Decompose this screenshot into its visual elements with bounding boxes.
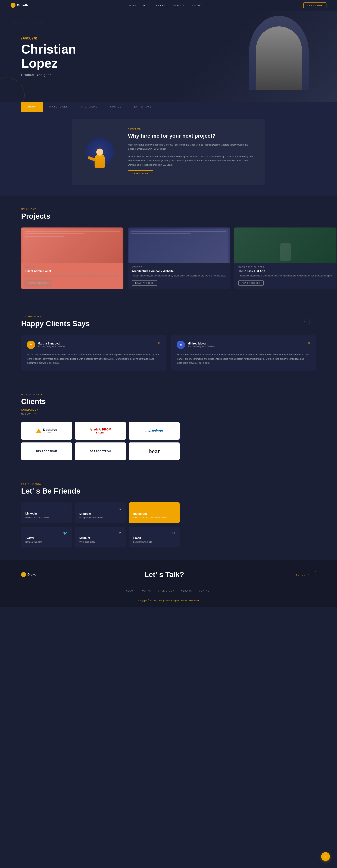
louisiana-logo-content: LOUIsiana (145, 429, 163, 433)
hero-title: Product Designer (21, 73, 316, 77)
clients-label: MY HONORABLE (21, 394, 316, 396)
footer-cta-button[interactable]: LET'S CHAT (291, 571, 316, 578)
nav-service[interactable]: SERVICE (173, 4, 184, 7)
tabs-section: ABOUT MY SERVICES INTERVIEWS AWARDS EXHI… (0, 102, 337, 112)
nav-home[interactable]: HOME (129, 4, 136, 7)
about-heading: Why hire me for your next project? (128, 132, 255, 139)
social-card-medium[interactable]: M Medium Work case study (75, 527, 126, 548)
filter-worldwide-label: WORLDWIDE (21, 409, 36, 411)
ama-logo-content: 🦌 AMA-PROM BALTIC (90, 428, 111, 434)
dribbble-icon: ⊕ (79, 506, 122, 511)
decisive-logo-content: Decisive FARMING (36, 428, 57, 434)
nav-cta-button[interactable]: LET'S CHAT (303, 2, 327, 8)
twitter-title: Twitter (25, 536, 67, 540)
linkedin-title: Linkedin (25, 512, 67, 515)
client-logo-louisiana: LOUIsiana (129, 422, 179, 440)
learn-more-button[interactable]: LEARN MORE (128, 170, 153, 176)
social-card-dribbble[interactable]: ⊕ Dribbble Design work social profile (75, 502, 126, 523)
projects-label: MY CLIENT (21, 208, 316, 210)
tab-interviews[interactable]: INTERVIEWS (74, 102, 104, 112)
about-label: ABOUT ME (128, 128, 255, 130)
read-process-btn-2[interactable]: READ PROCESS (238, 280, 264, 286)
tab-exhibitions[interactable]: EXHIBITIONS (128, 102, 158, 112)
footer-copyright: Copyright © 2019 Company name. All right… (21, 599, 316, 602)
medium-icon: M (79, 531, 122, 535)
twitter-sub: Random thoughts (25, 541, 67, 543)
email-title: Email (133, 536, 175, 540)
author-role-0: Product Designer at Codefest (38, 345, 65, 348)
client-logo-beat: beat (129, 442, 179, 460)
social-title-italic: Let' s (21, 487, 42, 495)
client-logo-belarus-1: БЕАРOССТРОЙ (21, 442, 72, 460)
author-role-1: Product Designer at Codefest (188, 345, 215, 348)
project-thumb-2 (234, 227, 336, 263)
testimonials-header-text: TESTIMONIALS Happy Clients Says (21, 316, 90, 328)
projects-section: MY CLIENT Projects WEBSITE Client Admin … (0, 196, 337, 303)
tab-services[interactable]: MY SERVICES (43, 102, 74, 112)
testimonial-card-0: M Martha Sandoval Product Designer at Co… (21, 335, 166, 371)
testimonial-text-0: We are motivated by the satisfaction of … (27, 352, 160, 365)
footer-logo-icon: 🌱 (21, 572, 26, 577)
testimonials-section: TESTIMONIALS Happy Clients Says ← → M Ma… (0, 303, 337, 383)
read-process-btn-1[interactable]: READ PROCESS (132, 280, 157, 286)
footer-copyright-text: Copyright © 2019 Company name. All right… (138, 599, 189, 602)
project-thumb-0 (21, 227, 124, 263)
footer-nav-casestudy[interactable]: CASE STUDY (158, 590, 174, 592)
social-card-email[interactable]: ✉ Email hello@growth.digital (129, 527, 179, 548)
hero-greeting: Hello, I'm (21, 36, 316, 40)
footer-nav-contact[interactable]: CONTACT (199, 590, 211, 592)
linkedin-sub: Professional social profile (25, 516, 67, 519)
nav-pricing[interactable]: PRICING (156, 4, 167, 7)
footer-nav-about[interactable]: ABOUT (126, 590, 135, 592)
logo-icon: 🌱 (10, 3, 15, 8)
mock-screen (23, 229, 122, 263)
hero-name-line1: Christian (21, 42, 76, 56)
read-process-btn-0[interactable]: READ PROCESS (25, 280, 50, 286)
about-body-1: Meet my startup agency Shape Re Currentl… (128, 143, 255, 151)
testimonials-next-button[interactable]: → (309, 318, 316, 325)
decisive-triangle-icon (36, 428, 41, 433)
clients-mycountry-label: MY COUNTRY (21, 413, 316, 415)
hero-name: Christian Lopez (21, 42, 316, 70)
footer-cta-italic: Let' s (144, 570, 165, 579)
testimonials-prev-button[interactable]: ← (302, 318, 308, 325)
nav-contact[interactable]: CONTACT (191, 4, 203, 7)
footer-nav-clients[interactable]: CLIENTS (181, 590, 192, 592)
social-title: Let' s Be Friends (21, 487, 316, 495)
tab-about[interactable]: ABOUT (21, 102, 43, 112)
author-name-1: Mildred Meyer (188, 342, 215, 345)
author-name-0: Martha Sandoval (38, 342, 65, 345)
hero-section: Hello, I'm Christian Lopez Product Desig… (0, 10, 337, 102)
project-info-1: WEBSITE Architecture Company Website I m… (128, 263, 230, 289)
decisive-sub-text: FARMING (43, 432, 57, 434)
social-card-linkedin[interactable]: in Linkedin Professional social profile (21, 502, 72, 523)
filter-worldwide[interactable]: WORLDWIDE ▾ (21, 409, 38, 411)
hero-content: Hello, I'm Christian Lopez Product Desig… (21, 36, 316, 76)
footer-cta-plain: Talk? (165, 570, 184, 579)
social-card-instagram[interactable]: ◻ Instagram Image share and recommendati… (129, 502, 179, 523)
email-icon: ✉ (133, 531, 175, 535)
project-category-1: WEBSITE (132, 266, 226, 268)
about-body-2: I love to work in User Experience & User… (128, 155, 255, 167)
nav-links: HOME BLOG PRICING SERVICE CONTACT (129, 4, 203, 7)
clients-title: Clients (21, 397, 316, 406)
footer-nav-works[interactable]: WORKS (142, 590, 151, 592)
client-logo-decisive: Decisive FARMING (21, 422, 72, 440)
testimonials-grid: M Martha Sandoval Product Designer at Co… (21, 335, 316, 371)
nav-logo[interactable]: 🌱 Growth (10, 3, 28, 8)
tab-awards[interactable]: AWARDS (104, 102, 128, 112)
project-thumb-1 (128, 227, 230, 263)
project-title-0: Client Admin Panel (25, 270, 119, 273)
figure-body (95, 154, 105, 168)
author-info-0: Martha Sandoval Product Designer at Code… (38, 342, 65, 348)
mock-bar (25, 233, 84, 234)
project-card-0: WEBSITE Client Admin Panel I made nine p… (21, 227, 124, 289)
ama-text: 🦌 AMA-PROM (90, 428, 111, 431)
mock-bar (25, 231, 120, 232)
phone-mockup (280, 243, 291, 261)
twitter-icon: 🐦 (25, 531, 67, 535)
footer-nav: ABOUT WORKS CASE STUDY CLIENTS CONTACT (21, 586, 316, 596)
nav-blog[interactable]: BLOG (142, 4, 149, 7)
social-card-twitter[interactable]: 🐦 Twitter Random thoughts (21, 527, 72, 548)
social-title-plain: Be Friends (42, 487, 80, 495)
